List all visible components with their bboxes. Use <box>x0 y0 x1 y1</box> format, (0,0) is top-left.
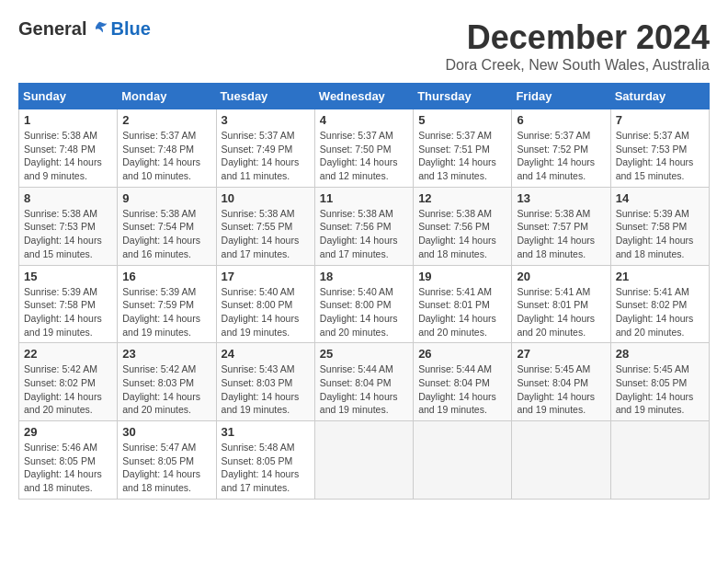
calendar-cell: 2Sunrise: 5:37 AMSunset: 7:48 PMDaylight… <box>118 109 216 188</box>
day-info: Sunrise: 5:47 AMSunset: 8:05 PMDaylight:… <box>122 441 210 495</box>
calendar-cell: 4Sunrise: 5:37 AMSunset: 7:50 PMDaylight… <box>314 109 413 188</box>
day-info: Sunrise: 5:45 AMSunset: 8:05 PMDaylight:… <box>616 362 704 417</box>
calendar-week-row: 15Sunrise: 5:39 AMSunset: 7:58 PMDayligh… <box>19 265 710 343</box>
day-info: Sunrise: 5:38 AMSunset: 7:56 PMDaylight:… <box>418 207 506 261</box>
calendar-cell: 7Sunrise: 5:37 AMSunset: 7:53 PMDaylight… <box>610 109 709 188</box>
calendar-cell: 5Sunrise: 5:37 AMSunset: 7:51 PMDaylight… <box>414 109 512 188</box>
day-info: Sunrise: 5:45 AMSunset: 8:04 PMDaylight:… <box>517 362 605 417</box>
day-number: 13 <box>517 191 605 205</box>
calendar-cell: 9Sunrise: 5:38 AMSunset: 7:54 PMDaylight… <box>118 187 216 265</box>
logo-blue-text: Blue <box>110 18 150 40</box>
day-number: 17 <box>222 270 310 283</box>
day-number: 16 <box>122 270 210 283</box>
day-info: Sunrise: 5:48 AMSunset: 8:05 PMDaylight:… <box>222 441 310 495</box>
calendar-cell: 25Sunrise: 5:44 AMSunset: 8:04 PMDayligh… <box>314 343 413 421</box>
calendar-cell: 28Sunrise: 5:45 AMSunset: 8:05 PMDayligh… <box>610 343 709 421</box>
calendar-cell: 14Sunrise: 5:39 AMSunset: 7:58 PMDayligh… <box>610 187 709 265</box>
day-info: Sunrise: 5:41 AMSunset: 8:02 PMDaylight:… <box>616 285 704 339</box>
calendar-cell: 22Sunrise: 5:42 AMSunset: 8:02 PMDayligh… <box>19 343 118 421</box>
day-info: Sunrise: 5:37 AMSunset: 7:48 PMDaylight:… <box>122 129 210 183</box>
day-info: Sunrise: 5:41 AMSunset: 8:01 PMDaylight:… <box>418 285 506 339</box>
calendar-cell <box>414 421 512 500</box>
calendar-cell: 1Sunrise: 5:38 AMSunset: 7:48 PMDaylight… <box>19 109 118 188</box>
day-number: 14 <box>616 191 704 205</box>
day-info: Sunrise: 5:37 AMSunset: 7:50 PMDaylight:… <box>320 129 408 183</box>
calendar-cell <box>512 421 610 500</box>
day-number: 28 <box>616 347 704 361</box>
day-info: Sunrise: 5:38 AMSunset: 7:57 PMDaylight:… <box>517 207 605 261</box>
calendar-header-tuesday: Tuesday <box>216 84 314 109</box>
day-info: Sunrise: 5:37 AMSunset: 7:51 PMDaylight:… <box>418 129 506 183</box>
day-info: Sunrise: 5:39 AMSunset: 7:58 PMDaylight:… <box>24 285 112 339</box>
calendar-header-thursday: Thursday <box>414 84 512 109</box>
logo-bird-icon <box>90 20 108 39</box>
calendar-cell: 31Sunrise: 5:48 AMSunset: 8:05 PMDayligh… <box>216 421 314 500</box>
calendar-cell: 29Sunrise: 5:46 AMSunset: 8:05 PMDayligh… <box>19 421 118 500</box>
day-number: 7 <box>616 113 704 127</box>
calendar-cell: 6Sunrise: 5:37 AMSunset: 7:52 PMDaylight… <box>512 109 610 188</box>
title-section: December 2024 Dora Creek, New South Wale… <box>445 18 710 74</box>
day-number: 18 <box>320 270 408 283</box>
calendar-header-sunday: Sunday <box>19 84 118 109</box>
logo: General Blue <box>18 18 151 40</box>
day-number: 27 <box>517 347 605 361</box>
calendar-cell: 10Sunrise: 5:38 AMSunset: 7:55 PMDayligh… <box>216 187 314 265</box>
calendar-cell: 15Sunrise: 5:39 AMSunset: 7:58 PMDayligh… <box>19 265 118 343</box>
calendar-cell: 18Sunrise: 5:40 AMSunset: 8:00 PMDayligh… <box>314 265 413 343</box>
calendar-body: 1Sunrise: 5:38 AMSunset: 7:48 PMDaylight… <box>19 109 710 500</box>
day-info: Sunrise: 5:38 AMSunset: 7:48 PMDaylight:… <box>24 129 112 183</box>
day-number: 11 <box>320 191 408 205</box>
day-number: 3 <box>222 113 310 127</box>
day-info: Sunrise: 5:38 AMSunset: 7:53 PMDaylight:… <box>24 207 112 261</box>
day-number: 30 <box>122 425 210 439</box>
calendar-header-row: SundayMondayTuesdayWednesdayThursdayFrid… <box>19 84 710 109</box>
day-number: 23 <box>122 347 210 361</box>
calendar-cell: 17Sunrise: 5:40 AMSunset: 8:00 PMDayligh… <box>216 265 314 343</box>
day-number: 4 <box>320 113 408 127</box>
calendar-header-monday: Monday <box>118 84 216 109</box>
day-number: 2 <box>122 113 210 127</box>
day-number: 1 <box>24 113 112 127</box>
day-info: Sunrise: 5:39 AMSunset: 7:58 PMDaylight:… <box>616 207 704 261</box>
day-info: Sunrise: 5:38 AMSunset: 7:56 PMDaylight:… <box>320 207 408 261</box>
day-number: 22 <box>24 347 112 361</box>
day-number: 12 <box>418 191 506 205</box>
day-number: 5 <box>418 113 506 127</box>
calendar-cell: 16Sunrise: 5:39 AMSunset: 7:59 PMDayligh… <box>118 265 216 343</box>
calendar-cell: 27Sunrise: 5:45 AMSunset: 8:04 PMDayligh… <box>512 343 610 421</box>
day-info: Sunrise: 5:43 AMSunset: 8:03 PMDaylight:… <box>222 362 310 417</box>
day-info: Sunrise: 5:46 AMSunset: 8:05 PMDaylight:… <box>24 441 112 495</box>
calendar-cell: 21Sunrise: 5:41 AMSunset: 8:02 PMDayligh… <box>610 265 709 343</box>
calendar-cell: 24Sunrise: 5:43 AMSunset: 8:03 PMDayligh… <box>216 343 314 421</box>
calendar-cell <box>314 421 413 500</box>
day-number: 29 <box>24 425 112 439</box>
calendar-header-saturday: Saturday <box>610 84 709 109</box>
day-info: Sunrise: 5:44 AMSunset: 8:04 PMDaylight:… <box>418 362 506 417</box>
calendar-cell: 23Sunrise: 5:42 AMSunset: 8:03 PMDayligh… <box>118 343 216 421</box>
day-number: 31 <box>222 425 310 439</box>
calendar-header-wednesday: Wednesday <box>314 84 413 109</box>
calendar-table: SundayMondayTuesdayWednesdayThursdayFrid… <box>18 83 710 500</box>
day-number: 26 <box>418 347 506 361</box>
day-number: 6 <box>517 113 605 127</box>
calendar-week-row: 22Sunrise: 5:42 AMSunset: 8:02 PMDayligh… <box>19 343 710 421</box>
calendar-cell: 19Sunrise: 5:41 AMSunset: 8:01 PMDayligh… <box>414 265 512 343</box>
location-title: Dora Creek, New South Wales, Australia <box>445 57 710 74</box>
day-info: Sunrise: 5:40 AMSunset: 8:00 PMDaylight:… <box>320 285 408 339</box>
day-number: 8 <box>24 191 112 205</box>
day-number: 9 <box>122 191 210 205</box>
day-info: Sunrise: 5:39 AMSunset: 7:59 PMDaylight:… <box>122 285 210 339</box>
calendar-cell: 12Sunrise: 5:38 AMSunset: 7:56 PMDayligh… <box>414 187 512 265</box>
day-number: 19 <box>418 270 506 283</box>
page-header: General Blue December 2024 Dora Creek, N… <box>18 18 710 74</box>
day-number: 15 <box>24 270 112 283</box>
day-info: Sunrise: 5:40 AMSunset: 8:00 PMDaylight:… <box>222 285 310 339</box>
day-info: Sunrise: 5:37 AMSunset: 7:52 PMDaylight:… <box>517 129 605 183</box>
calendar-header-friday: Friday <box>512 84 610 109</box>
logo-general-text: General <box>18 18 86 40</box>
day-number: 24 <box>222 347 310 361</box>
calendar-week-row: 29Sunrise: 5:46 AMSunset: 8:05 PMDayligh… <box>19 421 710 500</box>
day-info: Sunrise: 5:38 AMSunset: 7:54 PMDaylight:… <box>122 207 210 261</box>
month-title: December 2024 <box>445 18 710 57</box>
calendar-cell: 13Sunrise: 5:38 AMSunset: 7:57 PMDayligh… <box>512 187 610 265</box>
